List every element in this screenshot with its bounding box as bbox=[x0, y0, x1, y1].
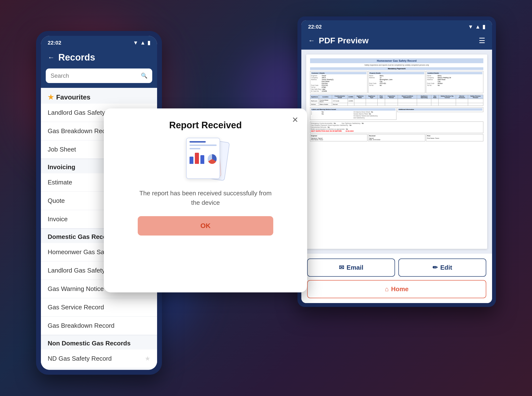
pdf-sig-print: Print Print Name: Trevor bbox=[426, 134, 483, 141]
report-received-modal: ✕ Report Received bbox=[104, 108, 307, 292]
battery-icon: ▮ bbox=[482, 24, 485, 30]
doc-front bbox=[186, 138, 220, 179]
phone-status-bar: 22:02 ▼ ▲ ▮ bbox=[41, 36, 157, 48]
doc-line bbox=[190, 148, 200, 149]
bar-chart-bar bbox=[200, 155, 204, 164]
pdf-sig-received: Received Signed: Date: 23-03-2022 bbox=[368, 134, 426, 141]
edit-button[interactable]: ✏ Edit bbox=[398, 259, 486, 277]
pie-chart bbox=[208, 154, 217, 164]
item-label: Gas Breakdown Record bbox=[48, 322, 114, 329]
pdf-additional: Additional Information bbox=[397, 107, 484, 121]
modal-illustration bbox=[181, 138, 230, 181]
email-icon: ✉ bbox=[339, 264, 344, 271]
item-label: Job Sheet bbox=[48, 146, 76, 153]
tablet-time: 22:02 bbox=[308, 24, 322, 30]
non-domestic-gas-section-header: Non Domestic Gas Records bbox=[41, 335, 157, 350]
tablet-action-row-2: ⌂ Home bbox=[307, 280, 486, 298]
phone-header: ← Records bbox=[41, 48, 157, 69]
pdf-appliances-table: Appliance Location Combustion/or Install… bbox=[310, 95, 483, 106]
pdf-doc-title: Homeowner Gas Safety Record bbox=[310, 58, 483, 63]
tablet-action-row-1: ✉ Email ✏ Edit bbox=[307, 259, 486, 277]
search-container: 🔍 bbox=[41, 69, 157, 88]
tablet-device: 22:02 ▼ ▲ ▮ ← PDF Preview ☰ Homeowner Ga… bbox=[297, 16, 496, 307]
search-bar: 🔍 bbox=[46, 69, 152, 83]
doc-line bbox=[190, 141, 206, 143]
item-label: Quote bbox=[48, 197, 65, 205]
documents-illustration bbox=[181, 138, 230, 181]
back-button[interactable]: ← bbox=[48, 54, 54, 61]
item-label: Invoice bbox=[48, 215, 68, 223]
edit-label: Edit bbox=[440, 264, 452, 271]
pdf-labels-notices: Labels and Warning Notices Issued 1No 2N… bbox=[310, 107, 396, 120]
modal-message: The report has been received successfull… bbox=[138, 189, 273, 207]
page-title: Records bbox=[58, 52, 95, 63]
search-icon: 🔍 bbox=[141, 73, 147, 79]
pdf-signature-section: Engineer Signature: Signed Print Name: T… bbox=[310, 134, 483, 141]
pdf-emergency-section: Emergency Control Accessible:NoGas Tight… bbox=[310, 122, 483, 133]
bar-chart-bar bbox=[195, 153, 199, 164]
phone-status-icons: ▼ ▲ ▮ bbox=[133, 40, 150, 46]
list-item[interactable]: ND Gas Safety Record ★ bbox=[41, 350, 157, 368]
email-button[interactable]: ✉ Email bbox=[307, 259, 395, 277]
pdf-section: Customer 1 Details EngineerTrevor Compan… bbox=[310, 71, 367, 93]
tablet-header: ← PDF Preview ☰ bbox=[301, 32, 492, 50]
pdf-extra-section: Additional Information bbox=[397, 107, 484, 112]
doc-line bbox=[190, 145, 217, 146]
tablet-action-buttons: ✉ Email ✏ Edit ⌂ Home bbox=[301, 254, 492, 303]
modal-title: Report Received bbox=[169, 120, 242, 130]
battery-icon: ▮ bbox=[147, 40, 150, 46]
pdf-section: Landlord Details NameBarry CompanyBarry'… bbox=[426, 71, 483, 93]
search-input[interactable] bbox=[51, 72, 138, 79]
pdf-mandatory-label: Mandatory Paperwork bbox=[310, 67, 483, 70]
pdf-grid: Customer 1 Details EngineerTrevor Compan… bbox=[310, 71, 483, 93]
phone-time: 22:02 bbox=[48, 40, 61, 46]
wifi-icon: ▼ bbox=[468, 24, 473, 30]
pdf-doc-subtitle: Safety inspections and reports must be c… bbox=[310, 64, 483, 66]
pdf-preview-area: Homeowner Gas Safety Record Safety inspe… bbox=[301, 50, 492, 254]
item-label: Gas Service Record bbox=[48, 304, 104, 311]
favourites-label: Favourites bbox=[56, 93, 91, 101]
home-label: Home bbox=[391, 285, 409, 293]
signal-icon: ▲ bbox=[475, 24, 480, 30]
item-label: Gas Warning Notice bbox=[48, 285, 104, 293]
star-icon: ★ bbox=[48, 93, 54, 101]
wifi-icon: ▼ bbox=[133, 40, 138, 46]
tablet-back-button[interactable]: ← bbox=[308, 37, 315, 45]
pdf-section: Property Details NameBarry Address12 Bir… bbox=[368, 71, 426, 93]
tablet-page-title: PDF Preview bbox=[319, 36, 369, 45]
edit-icon: ✏ bbox=[433, 264, 438, 271]
doc-chart bbox=[190, 152, 217, 164]
tablet-status-icons: ▼ ▲ ▮ bbox=[468, 24, 485, 30]
home-button[interactable]: ⌂ Home bbox=[307, 280, 486, 298]
bar-chart-bar bbox=[190, 157, 193, 164]
signal-icon: ▲ bbox=[140, 40, 145, 46]
modal-overlay: ✕ Report Received bbox=[104, 108, 307, 292]
pdf-sig-engineer: Engineer Signature: Signed Print Name: T… bbox=[310, 134, 367, 141]
tablet-header-left: ← PDF Preview bbox=[308, 36, 369, 45]
list-item[interactable]: Gas Breakdown Record bbox=[41, 317, 157, 335]
home-icon: ⌂ bbox=[385, 285, 389, 293]
hamburger-menu-icon[interactable]: ☰ bbox=[479, 36, 485, 45]
modal-close-button[interactable]: ✕ bbox=[292, 115, 298, 124]
item-label: Estimate bbox=[48, 179, 72, 186]
tablet-status-bar: 22:02 ▼ ▲ ▮ bbox=[301, 20, 492, 32]
modal-ok-button[interactable]: OK bbox=[138, 216, 273, 236]
item-label: ND Gas Safety Record bbox=[48, 355, 112, 362]
email-label: Email bbox=[347, 264, 363, 271]
pdf-document: Homeowner Gas Safety Record Safety inspe… bbox=[306, 54, 487, 249]
list-item[interactable]: Gas Service Record bbox=[41, 298, 157, 317]
favourite-star-icon[interactable]: ★ bbox=[145, 355, 150, 362]
favourites-section-header: ★ Favourites bbox=[41, 88, 157, 104]
pdf-middle-sections: Labels and Warning Notices Issued 1No 2N… bbox=[310, 107, 483, 121]
